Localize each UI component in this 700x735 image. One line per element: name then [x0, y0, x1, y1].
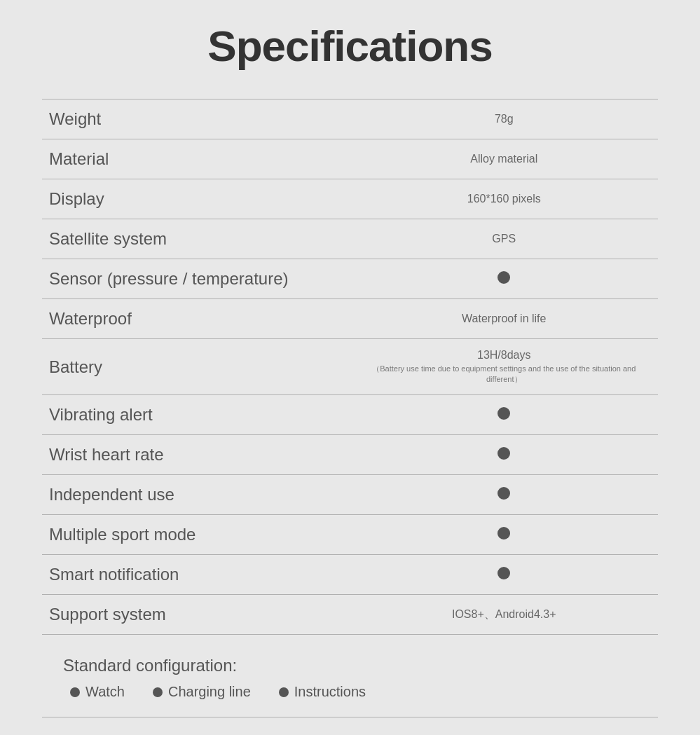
bullet-icon: [279, 687, 289, 697]
table-row: Weight78g: [42, 99, 658, 139]
spec-value: [350, 515, 659, 555]
config-item-label: Watch: [85, 684, 125, 700]
table-row: Vibrating alert: [42, 395, 658, 435]
spec-value: 160*160 pixels: [350, 179, 659, 219]
standard-config-title: Standard configuration:: [63, 656, 637, 675]
spec-label: Independent use: [42, 475, 350, 515]
spec-label: Sensor (pressure / temperature): [42, 259, 350, 299]
spec-value: GPS: [350, 219, 659, 259]
spec-label: Battery: [42, 339, 350, 395]
spec-value: [350, 259, 659, 299]
table-row: Wrist heart rate: [42, 435, 658, 475]
spec-label: Multiple sport mode: [42, 515, 350, 555]
spec-value: [350, 475, 659, 515]
dot-icon: [497, 447, 510, 460]
spec-label: Satellite system: [42, 219, 350, 259]
battery-note-value: （Battery use time due to equipment setti…: [357, 364, 652, 385]
bullet-icon: [70, 687, 80, 697]
table-row: WaterproofWaterproof in life: [42, 299, 658, 339]
spec-value: [350, 555, 659, 595]
spec-label: Support system: [42, 595, 350, 635]
spec-value: 78g: [350, 99, 659, 139]
spec-label: Vibrating alert: [42, 395, 350, 435]
config-item-label: Instructions: [294, 684, 366, 700]
spec-label: Wrist heart rate: [42, 435, 350, 475]
config-item-label: Charging line: [168, 684, 251, 700]
table-row: Multiple sport mode: [42, 515, 658, 555]
battery-main-value: 13H/8days: [357, 349, 652, 362]
spec-value: [350, 395, 659, 435]
spec-label: Smart notification: [42, 555, 350, 595]
dot-icon: [497, 527, 510, 540]
spec-label: Weight: [42, 99, 350, 139]
standard-config-row: Standard configuration:WatchCharging lin…: [42, 635, 658, 717]
table-row: Satellite systemGPS: [42, 219, 658, 259]
standard-config-cell: Standard configuration:WatchCharging lin…: [42, 635, 658, 717]
dot-icon: [497, 567, 510, 579]
table-row: Display160*160 pixels: [42, 179, 658, 219]
config-item: Charging line: [153, 684, 251, 700]
config-item: Instructions: [279, 684, 366, 700]
spec-value: 13H/8days（Battery use time due to equipm…: [350, 339, 659, 395]
spec-value: IOS8+、Android4.3+: [350, 595, 659, 635]
table-row: Support systemIOS8+、Android4.3+: [42, 595, 658, 635]
table-row: Battery13H/8days（Battery use time due to…: [42, 339, 658, 395]
dot-icon: [497, 271, 510, 284]
spec-label: Display: [42, 179, 350, 219]
dot-icon: [497, 487, 510, 500]
page-title: Specifications: [42, 21, 658, 71]
spec-label: Waterproof: [42, 299, 350, 339]
spec-value: Waterproof in life: [350, 299, 659, 339]
table-row: Smart notification: [42, 555, 658, 595]
table-row: Sensor (pressure / temperature): [42, 259, 658, 299]
config-item: Watch: [70, 684, 125, 700]
specs-table: Weight78gMaterialAlloy materialDisplay16…: [42, 99, 658, 717]
page-container: Specifications Weight78gMaterialAlloy ma…: [0, 0, 700, 735]
spec-label: Material: [42, 139, 350, 179]
spec-value: Alloy material: [350, 139, 659, 179]
table-row: Independent use: [42, 475, 658, 515]
spec-value: [350, 435, 659, 475]
bullet-icon: [153, 687, 163, 697]
table-row: MaterialAlloy material: [42, 139, 658, 179]
dot-icon: [497, 407, 510, 420]
